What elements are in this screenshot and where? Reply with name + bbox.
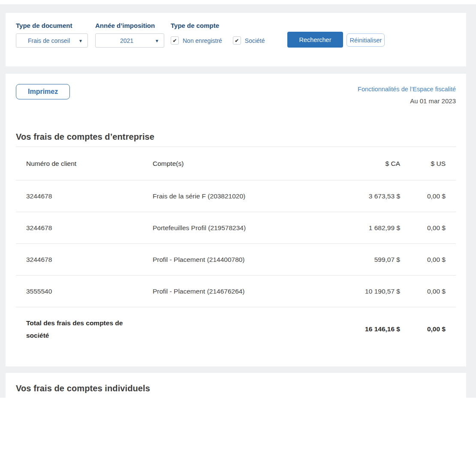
table-row: 3244678 Frais de la série F (203821020) …	[16, 180, 456, 212]
cell-ca: 3 673,53 $	[331, 192, 400, 200]
cell-us: 0,00 $	[400, 256, 446, 264]
cell-account: Profil - Placement (214400780)	[153, 256, 331, 264]
total-ca: 16 146,16 $	[331, 325, 400, 333]
print-button[interactable]: Imprimez	[16, 84, 70, 99]
checkbox-societe[interactable]: ✔ Société	[233, 36, 265, 45]
cell-us: 0,00 $	[400, 192, 446, 200]
reset-button[interactable]: Réinitialiser	[346, 33, 385, 47]
table-row: 3244678 Profil - Placement (214400780) 5…	[16, 244, 456, 276]
checkmark-icon: ✔	[172, 38, 177, 43]
total-label: Total des frais des comptes de société	[26, 317, 129, 342]
account-type-label: Type de compte	[171, 21, 265, 30]
features-link[interactable]: Fonctionnalités de l’Espace fiscalité	[358, 86, 456, 93]
account-type-group: Type de compte ✔ Non enregistré ✔ Sociét…	[171, 21, 265, 48]
cell-client: 3244678	[26, 224, 153, 232]
checkmark-icon: ✔	[235, 38, 239, 43]
as-of-date: Au 01 mar 2023	[358, 97, 456, 105]
cell-account: Portefeuilles Profil (219578234)	[153, 224, 331, 232]
checkbox-box-icon: ✔	[171, 36, 179, 45]
checkbox-label: Non enregistré	[183, 37, 222, 44]
header-ca: $ CA	[331, 160, 400, 168]
document-type-select[interactable]: Frais de conseil ▼	[16, 33, 88, 48]
table-total-row: Total des frais des comptes de société 1…	[16, 307, 456, 354]
document-type-group: Type de document Frais de conseil ▼	[16, 21, 88, 48]
tax-year-value: 2021	[120, 37, 139, 44]
cell-ca: 10 190,57 $	[331, 288, 400, 295]
cell-account: Profil - Placement (214676264)	[153, 288, 331, 295]
business-fees-table: Numéro de client Compte(s) $ CA $ US 324…	[16, 147, 456, 354]
cell-ca: 599,07 $	[331, 256, 400, 264]
cell-ca: 1 682,99 $	[331, 224, 400, 232]
cell-us: 0,00 $	[400, 224, 446, 232]
individual-fees-card: Vos frais de comptes individuels	[6, 373, 466, 450]
header-client: Numéro de client	[26, 160, 153, 168]
tax-year-select[interactable]: 2021 ▼	[95, 33, 164, 48]
chevron-down-icon: ▼	[155, 38, 159, 43]
total-us: 0,00 $	[400, 325, 446, 333]
cell-client: 3244678	[26, 192, 153, 200]
business-fees-card: Imprimez Fonctionnalités de l’Espace fis…	[6, 74, 466, 366]
cell-account: Frais de la série F (203821020)	[153, 192, 331, 200]
tax-year-label: Année d’imposition	[95, 21, 171, 30]
cell-client: 3555540	[26, 288, 153, 295]
card-toolbar: Imprimez Fonctionnalités de l’Espace fis…	[16, 84, 456, 105]
header-us: $ US	[400, 160, 446, 168]
checkbox-label: Société	[245, 37, 265, 44]
cell-us: 0,00 $	[400, 288, 446, 295]
business-section-title: Vos frais de comptes d’entreprise	[16, 132, 456, 142]
chevron-down-icon: ▼	[78, 38, 83, 43]
individual-section-title: Vos frais de comptes individuels	[16, 384, 456, 393]
table-header-row: Numéro de client Compte(s) $ CA $ US	[16, 147, 456, 180]
search-button[interactable]: Rechercher	[287, 32, 343, 48]
filter-card: Type de document Frais de conseil ▼ Anné…	[6, 13, 466, 66]
table-row: 3244678 Portefeuilles Profil (219578234)…	[16, 212, 456, 244]
document-type-label: Type de document	[16, 21, 88, 30]
document-type-value: Frais de conseil	[28, 37, 76, 44]
checkbox-box-icon: ✔	[233, 36, 241, 45]
account-type-options: ✔ Non enregistré ✔ Société	[171, 33, 265, 48]
cell-client: 3244678	[26, 256, 153, 264]
checkbox-non-enregistre[interactable]: ✔ Non enregistré	[171, 36, 222, 45]
header-account: Compte(s)	[153, 160, 331, 168]
tax-year-group: Année d’imposition 2021 ▼	[95, 21, 171, 48]
table-row: 3555540 Profil - Placement (214676264) 1…	[16, 276, 456, 307]
toolbar-right: Fonctionnalités de l’Espace fiscalité Au…	[358, 84, 456, 105]
